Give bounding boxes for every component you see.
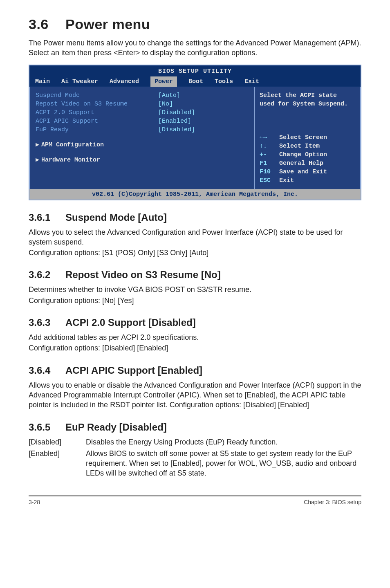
bios-copyright: v02.61 (C)Copyright 1985-2011, American … xyxy=(29,189,361,200)
key-sym: F10 xyxy=(260,168,279,176)
key-label: Select Item xyxy=(279,142,320,150)
tab-exit: Exit xyxy=(244,76,259,87)
section-title: Power menu xyxy=(65,16,150,32)
subsection-title: ACPI APIC Support [Enabled] xyxy=(65,365,202,376)
subsection-number: 3.6.3 xyxy=(29,317,65,328)
bios-title: BIOS SETUP UTILITY xyxy=(29,65,361,76)
subsection-title: Suspend Mode [Auto] xyxy=(65,212,167,223)
bios-right-pane: Select the ACPI state used for System Su… xyxy=(254,87,361,189)
tab-power: Power xyxy=(150,76,177,87)
definition-label: [Disabled] xyxy=(29,437,86,447)
paragraph: Configuration options: [No] [Yes] xyxy=(29,296,361,305)
key-label: Select Screen xyxy=(279,133,327,142)
key-sym: ESC xyxy=(260,176,279,185)
subsection-number: 3.6.2 xyxy=(29,269,65,281)
bios-tabs: Main Ai Tweaker Advanced Power Boot Tool… xyxy=(29,76,361,87)
subsection-number: 3.6.4 xyxy=(29,365,65,376)
triangle-icon: ▶ xyxy=(36,141,41,149)
definition-value: Allows BIOS to switch off some power at … xyxy=(86,449,361,478)
subsection-heading: 3.6.2Repost Video on S3 Resume [No] xyxy=(29,269,361,281)
bios-item-value: [Disabled] xyxy=(158,108,195,117)
key-sym: ↑↓ xyxy=(260,142,279,150)
section-number: 3.6 xyxy=(29,16,65,32)
bios-item: Suspend Mode[Auto] xyxy=(36,91,249,100)
bios-item: Repost Video on S3 Resume[No] xyxy=(36,100,249,108)
subsection-number: 3.6.1 xyxy=(29,212,65,223)
footer-divider xyxy=(29,495,361,496)
page-footer: 3-28 Chapter 3: BIOS setup xyxy=(29,499,361,505)
paragraph: Allows you to select the Advanced Config… xyxy=(29,227,361,247)
bios-item-key: EuP Ready xyxy=(36,126,158,134)
subsection-number: 3.6.5 xyxy=(29,422,65,433)
bios-item: ACPI 2.0 Support[Disabled] xyxy=(36,108,249,117)
bios-item-key: ACPI APIC Support xyxy=(36,117,158,126)
bios-left-pane: Suspend Mode[Auto] Repost Video on S3 Re… xyxy=(29,87,254,189)
bios-item-key: Suspend Mode xyxy=(36,91,158,100)
footer-chapter: Chapter 3: BIOS setup xyxy=(304,499,361,505)
bios-item-key: ACPI 2.0 Support xyxy=(36,108,158,117)
bios-item: ACPI APIC Support[Enabled] xyxy=(36,117,249,126)
key-label: Save and Exit xyxy=(279,168,327,176)
bios-help-text: Select the ACPI state used for System Su… xyxy=(260,91,355,108)
key-sym: F1 xyxy=(260,159,279,168)
key-sym: ←→ xyxy=(260,133,279,142)
paragraph: Allows you to enable or disable the Adva… xyxy=(29,380,361,410)
section-heading: 3.6Power menu xyxy=(29,16,361,32)
bios-submenu: ▶APM Configuration xyxy=(36,141,249,149)
paragraph: Configuration options: [S1 (POS) Only] [… xyxy=(29,248,361,258)
key-sym: +- xyxy=(260,150,279,159)
key-label: General Help xyxy=(279,159,323,168)
definition-label: [Enabled] xyxy=(29,449,86,478)
paragraph: Determines whether to invoke VGA BIOS PO… xyxy=(29,285,361,294)
tab-main: Main xyxy=(35,76,50,87)
section-intro: The Power menu items allow you to change… xyxy=(29,38,361,58)
bios-item-value: [Auto] xyxy=(158,91,180,100)
definition-row: [Disabled] Disables the Energy Using Pro… xyxy=(29,437,361,447)
key-label: Exit xyxy=(279,176,294,185)
bios-key-legend: ←→Select Screen ↑↓Select Item +-Change O… xyxy=(260,133,355,185)
tab-tools: Tools xyxy=(215,76,233,87)
triangle-icon: ▶ xyxy=(36,156,41,164)
bios-item-value: [Disabled] xyxy=(158,126,195,134)
bios-submenu-label: APM Configuration xyxy=(41,141,104,148)
subsection-heading: 3.6.1Suspend Mode [Auto] xyxy=(29,212,361,223)
footer-page-number: 3-28 xyxy=(29,499,40,505)
subsection-title: Repost Video on S3 Resume [No] xyxy=(65,269,221,280)
subsection-title: EuP Ready [Disabled] xyxy=(65,422,167,433)
paragraph: Configuration options: [Disabled] [Enabl… xyxy=(29,343,361,353)
definition-row: [Enabled] Allows BIOS to switch off some… xyxy=(29,449,361,478)
tab-aitweaker: Ai Tweaker xyxy=(61,76,98,87)
subsection-heading: 3.6.5EuP Ready [Disabled] xyxy=(29,422,361,433)
subsection-title: ACPI 2.0 Support [Disabled] xyxy=(65,317,196,328)
definition-value: Disables the Energy Using Products (EuP)… xyxy=(86,437,361,447)
bios-submenu: ▶Hardware Monitor xyxy=(36,156,249,164)
bios-submenu-label: Hardware Monitor xyxy=(41,157,100,164)
subsection-heading: 3.6.4ACPI APIC Support [Enabled] xyxy=(29,365,361,376)
bios-item: EuP Ready[Disabled] xyxy=(36,126,249,134)
tab-boot: Boot xyxy=(188,76,203,87)
bios-item-value: [No] xyxy=(158,100,173,108)
bios-item-key: Repost Video on S3 Resume xyxy=(36,100,158,108)
key-label: Change Option xyxy=(279,150,327,159)
bios-screenshot: BIOS SETUP UTILITY Main Ai Tweaker Advan… xyxy=(29,65,361,200)
bios-item-value: [Enabled] xyxy=(158,117,191,126)
tab-advanced: Advanced xyxy=(110,76,139,87)
subsection-heading: 3.6.3ACPI 2.0 Support [Disabled] xyxy=(29,317,361,328)
paragraph: Add additional tables as per ACPI 2.0 sp… xyxy=(29,332,361,342)
